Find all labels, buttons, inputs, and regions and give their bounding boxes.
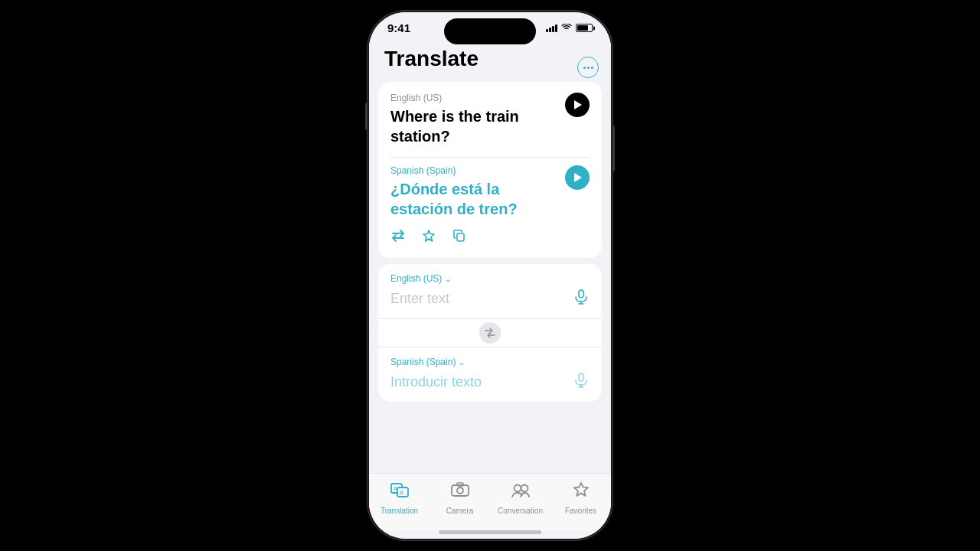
swap-languages-button[interactable] bbox=[479, 322, 501, 344]
target-language-label: Spanish (Spain) bbox=[390, 165, 565, 176]
target-lang-selector-text: Spanish (Spain) bbox=[390, 357, 456, 367]
source-language-label: English (US) bbox=[390, 93, 565, 103]
source-lang-selector-text: English (US) bbox=[390, 273, 442, 284]
copy-button[interactable] bbox=[452, 228, 467, 247]
target-section: Spanish (Spain) ¿Dónde está la estación … bbox=[390, 165, 590, 219]
favorites-tab-label: Favorites bbox=[565, 507, 596, 515]
wifi-icon bbox=[561, 24, 572, 33]
status-time: 9:41 bbox=[387, 21, 410, 34]
target-text: ¿Dónde está la estación de tren? bbox=[390, 179, 565, 219]
target-mic-button[interactable] bbox=[573, 372, 590, 393]
page-title: Translate bbox=[384, 47, 596, 71]
tab-bar: A A Translation bbox=[369, 473, 611, 530]
battery-icon bbox=[576, 24, 593, 32]
status-icons bbox=[546, 24, 593, 33]
swap-translation-button[interactable] bbox=[390, 228, 406, 247]
tab-favorites[interactable]: Favorites bbox=[550, 480, 611, 515]
svg-rect-11 bbox=[452, 485, 469, 496]
source-section: English (US) Where is the train station? bbox=[390, 93, 590, 149]
translation-tab-icon: A A bbox=[390, 480, 410, 504]
target-input-placeholder[interactable]: Introducir texto bbox=[390, 374, 482, 390]
target-lang-selector[interactable]: Spanish (Spain) ⌄ bbox=[390, 357, 590, 367]
app-content: Translate English (US) Where is the trai… bbox=[369, 37, 611, 539]
source-lang-selector[interactable]: English (US) ⌄ bbox=[390, 273, 590, 284]
svg-rect-1 bbox=[579, 290, 583, 298]
camera-tab-label: Camera bbox=[446, 507, 474, 515]
source-input-placeholder[interactable]: Enter text bbox=[390, 291, 449, 307]
camera-tab-icon bbox=[450, 480, 470, 504]
target-content: Spanish (Spain) ¿Dónde está la estación … bbox=[390, 165, 565, 219]
conversation-tab-label: Conversation bbox=[498, 507, 543, 515]
source-mic-button[interactable] bbox=[573, 289, 590, 309]
play-translation-button[interactable] bbox=[565, 165, 590, 190]
target-chevron-down-icon: ⌄ bbox=[459, 358, 465, 367]
svg-point-15 bbox=[521, 485, 528, 492]
favorites-tab-icon bbox=[571, 480, 591, 504]
play-triangle-icon bbox=[574, 100, 582, 109]
conversation-tab-icon bbox=[511, 480, 531, 504]
input-card: English (US) ⌄ Enter text bbox=[378, 264, 602, 402]
tab-translation[interactable]: A A Translation bbox=[369, 480, 430, 515]
svg-point-14 bbox=[514, 485, 521, 492]
source-input-section: English (US) ⌄ Enter text bbox=[378, 264, 602, 318]
svg-rect-13 bbox=[457, 483, 463, 486]
play-teal-icon bbox=[574, 173, 582, 182]
favorite-button[interactable] bbox=[421, 228, 436, 247]
signal-bars-icon bbox=[546, 24, 557, 32]
target-input-row: Introducir texto bbox=[390, 372, 590, 393]
card-divider bbox=[390, 157, 590, 158]
play-source-button[interactable] bbox=[565, 93, 590, 117]
card-actions bbox=[390, 228, 590, 247]
status-bar: 9:41 bbox=[369, 12, 611, 37]
translation-result-card: English (US) Where is the train station?… bbox=[378, 82, 602, 258]
svg-rect-4 bbox=[579, 373, 583, 381]
source-content: English (US) Where is the train station? bbox=[390, 93, 565, 149]
swap-divider bbox=[378, 318, 602, 347]
tab-conversation[interactable]: Conversation bbox=[490, 480, 550, 515]
battery-fill bbox=[577, 25, 588, 31]
source-text: Where is the train station? bbox=[390, 106, 565, 146]
more-dots-icon bbox=[583, 67, 593, 69]
tab-camera[interactable]: Camera bbox=[430, 480, 490, 515]
home-indicator bbox=[439, 530, 541, 534]
svg-text:A: A bbox=[399, 490, 403, 495]
dynamic-island bbox=[444, 18, 536, 44]
svg-point-12 bbox=[457, 487, 463, 494]
chevron-down-icon: ⌄ bbox=[445, 275, 451, 283]
target-input-section: Spanish (Spain) ⌄ Introducir texto bbox=[378, 347, 602, 402]
translation-tab-label: Translation bbox=[381, 507, 418, 515]
scroll-area[interactable]: English (US) Where is the train station?… bbox=[369, 79, 611, 473]
svg-rect-0 bbox=[457, 233, 464, 241]
source-input-row: Enter text bbox=[390, 289, 590, 309]
phone-shell: 9:41 bbox=[368, 11, 612, 540]
phone-screen: 9:41 bbox=[369, 12, 611, 539]
more-options-button[interactable] bbox=[577, 57, 599, 78]
